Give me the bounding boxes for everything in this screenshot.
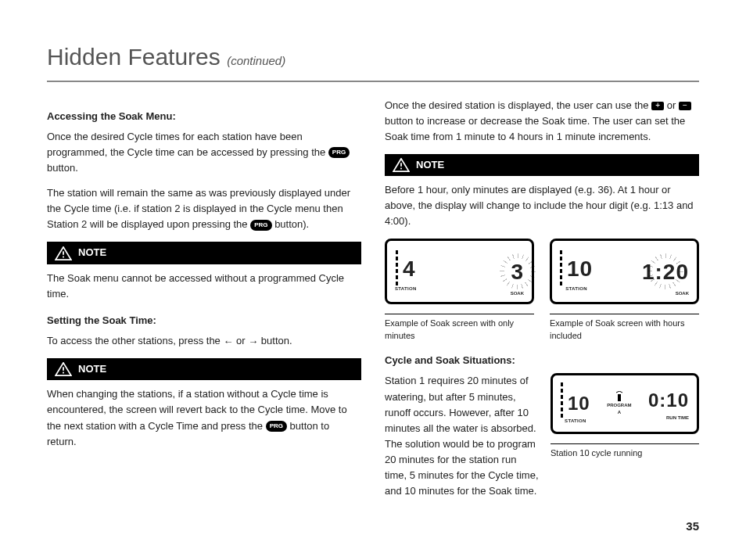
note-bar-2: NOTE [47, 358, 361, 380]
note-label: NOTE [78, 245, 106, 260]
prg-button-icon: PRG [266, 421, 287, 432]
lcd-example-cycle: 10 STATION PROGRAM A 0:10 RUN TIME [551, 373, 699, 459]
heading-cycle-soak: Cycle and Soak Situations: [385, 353, 699, 368]
warning-icon [55, 246, 72, 260]
lcd-example-minutes: 4 STATION 3 SOAK Example of Soak screen … [385, 239, 534, 342]
svg-rect-3 [63, 372, 64, 374]
note-bar-1: NOTE [47, 242, 361, 264]
para-access-1: Once the desired Cycle times for each st… [47, 129, 361, 176]
lcd-runtime-label: RUN TIME [666, 415, 689, 422]
minus-button-icon: − [679, 102, 691, 110]
lcd-value: 0:10 [648, 386, 689, 415]
lcd-value: 3 [511, 255, 524, 289]
para-access-2: The station will remain the same as was … [47, 185, 361, 232]
svg-rect-2 [63, 368, 64, 372]
svg-rect-4 [400, 163, 402, 167]
svg-rect-6 [618, 394, 621, 401]
warning-icon [393, 158, 410, 172]
sprinkler-icon [615, 391, 623, 402]
right-arrow-icon: → [248, 336, 258, 346]
right-column: Once the desired station is displayed, t… [385, 98, 699, 509]
heading-accessing-soak: Accessing the Soak Menu: [47, 109, 361, 124]
plus-button-icon: + [651, 102, 664, 110]
para-right-1: Once the desired station is displayed, t… [385, 98, 699, 145]
title-main: Hidden Features [47, 44, 221, 70]
lcd1-caption: Example of Soak screen with only minutes [385, 318, 534, 342]
svg-rect-5 [400, 168, 402, 170]
note-bar-3: NOTE [385, 154, 699, 176]
lcd-station-label: STATION [565, 418, 586, 425]
heading-setting-soak: Setting the Soak Time: [47, 313, 361, 328]
warning-icon [55, 362, 72, 376]
lcd2-caption: Example of Soak screen with hours includ… [550, 318, 699, 342]
prg-button-icon: PRG [328, 147, 350, 158]
lcd-program-indicator: PROGRAM A [607, 391, 631, 417]
lcd-value-burst: 3 [511, 255, 524, 289]
note-label: NOTE [78, 361, 106, 377]
prg-button-icon: PRG [250, 220, 271, 231]
lcd-value-burst: 1:20 [642, 255, 689, 289]
note-2-text: When changing the stations, if a station… [47, 386, 361, 450]
svg-rect-0 [63, 251, 64, 255]
left-column: Accessing the Soak Menu: Once the desire… [47, 98, 361, 509]
title-rule [47, 81, 699, 82]
lcd-soak-label: SOAK [676, 290, 689, 297]
lcd-station-number: 10 [568, 389, 590, 418]
page-number: 35 [47, 517, 699, 535]
lcd-value: 1:20 [642, 255, 689, 289]
note-3-text: Before 1 hour, only minutes are displaye… [385, 182, 699, 229]
lcd-example-hours: 10 STATION 1:20 SOAK Example of Soak scr… [550, 239, 699, 342]
lcd-station-number: 10 [567, 252, 593, 285]
title-continued: (continued) [227, 54, 285, 67]
left-arrow-icon: ← [223, 336, 233, 346]
lcd-station-label: STATION [565, 285, 587, 293]
lcd-station-number: 4 [403, 252, 416, 285]
note-label: NOTE [416, 157, 444, 173]
svg-rect-1 [63, 256, 64, 257]
lcd-station-label: STATION [395, 285, 417, 293]
lcd3-caption: Station 10 cycle running [551, 447, 699, 459]
para-cycle-situation: Station 1 requires 20 minutes of waterin… [385, 373, 540, 499]
para-setting-1: To access the other stations, press the … [47, 333, 361, 349]
note-1-text: The Soak menu cannot be accessed without… [47, 271, 361, 302]
lcd-soak-label: SOAK [511, 290, 524, 297]
page-title: Hidden Features (continued) [47, 39, 699, 76]
